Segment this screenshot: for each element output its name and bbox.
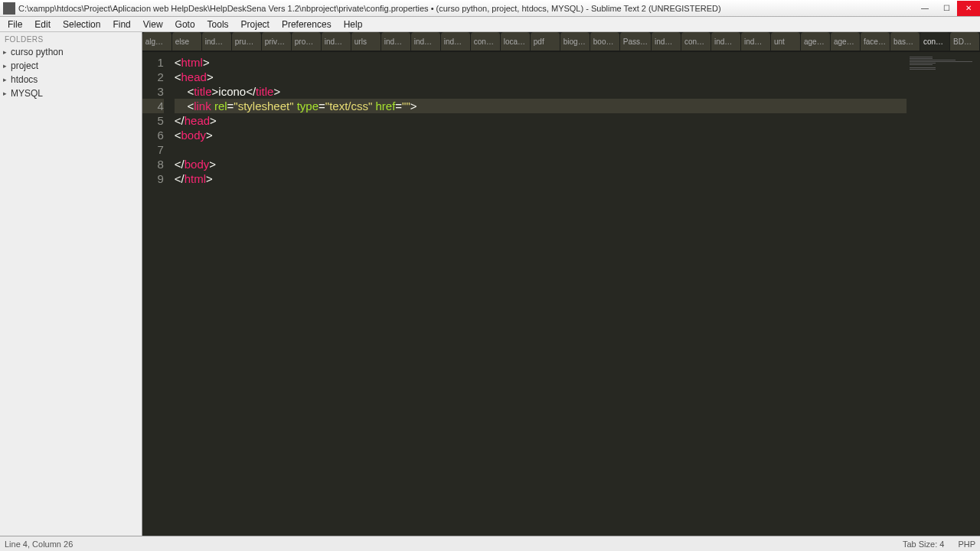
line-number: 7 [142, 142, 164, 157]
file-tab[interactable]: boo… [590, 32, 619, 51]
file-tab[interactable]: bas… [890, 32, 920, 51]
status-language[interactable]: PHP [958, 540, 975, 549]
close-button[interactable]: ✕ [957, 1, 980, 16]
code-line[interactable]: </html> [175, 171, 906, 186]
minimize-button[interactable]: — [914, 1, 936, 16]
sidebar-item-label: MYSQL [11, 87, 43, 99]
code-line[interactable] [175, 142, 906, 157]
code-line[interactable]: <body> [175, 128, 906, 142]
triangle-right-icon: ▸ [3, 73, 11, 86]
line-number: 1 [142, 55, 164, 70]
editor-pane: alg…elseind…pru…priv…pro…ind…urlsind…ind… [142, 32, 980, 536]
line-number: 5 [142, 113, 164, 128]
title-bar: C:\xampp\htdocs\Project\Aplicacion web H… [0, 0, 980, 17]
sidebar-item[interactable]: ▸curso python [2, 45, 140, 59]
triangle-right-icon: ▸ [3, 46, 11, 58]
code-line[interactable]: <head> [175, 70, 906, 84]
file-tab[interactable]: urls [351, 32, 381, 51]
file-tab[interactable]: unt [771, 32, 800, 51]
menu-item-project[interactable]: Project [235, 19, 276, 30]
file-tab[interactable]: age… [831, 32, 860, 51]
menu-item-help[interactable]: Help [338, 19, 369, 30]
file-tab[interactable]: pdf [531, 32, 560, 51]
sidebar-item-label: project [11, 60, 38, 72]
menu-item-edit[interactable]: Edit [28, 19, 57, 30]
code-area[interactable]: <html><head> <title>icono</title> <link … [172, 52, 906, 536]
file-tab[interactable]: ind… [381, 32, 410, 51]
sidebar-item-label: curso python [11, 46, 64, 58]
line-number: 8 [142, 157, 164, 171]
gutter: 123456789 [142, 52, 172, 536]
file-tab[interactable]: ind… [741, 32, 770, 51]
code-line[interactable]: <link rel="stylesheet" type="text/css" h… [175, 99, 906, 113]
file-tab[interactable]: ind… [441, 32, 470, 51]
sidebar: FOLDERS ▸curso python▸project▸htdocs▸MYS… [0, 32, 142, 536]
menu-item-find[interactable]: Find [106, 19, 136, 30]
file-tab[interactable]: biog… [560, 32, 590, 51]
editor[interactable]: 123456789 <html><head> <title>icono</tit… [142, 52, 980, 536]
window-title: C:\xampp\htdocs\Project\Aplicacion web H… [18, 4, 914, 13]
status-bar: Line 4, Column 26 Tab Size: 4 PHP [0, 536, 980, 551]
triangle-right-icon: ▸ [3, 60, 11, 72]
file-tab[interactable]: age… [801, 32, 830, 51]
file-tab[interactable]: ind… [652, 32, 681, 51]
menu-bar: FileEditSelectionFindViewGotoToolsProjec… [0, 17, 980, 32]
sidebar-item-label: htdocs [11, 73, 38, 86]
file-tab[interactable]: ind… [202, 32, 231, 51]
line-number: 9 [142, 171, 164, 186]
line-number: 6 [142, 128, 164, 142]
sidebar-item[interactable]: ▸project [2, 59, 140, 73]
maximize-button[interactable]: ☐ [936, 1, 957, 16]
menu-item-tools[interactable]: Tools [201, 19, 235, 30]
file-tab[interactable]: ind… [711, 32, 740, 51]
app-icon [3, 2, 15, 15]
line-number: 4 [142, 99, 164, 113]
minimap[interactable] [906, 52, 980, 536]
code-line[interactable]: <title>icono</title> [175, 84, 906, 99]
status-tabsize[interactable]: Tab Size: 4 [903, 540, 944, 549]
code-line[interactable]: </body> [175, 157, 906, 171]
file-tab[interactable]: face… [861, 32, 890, 51]
file-tab[interactable]: ind… [411, 32, 440, 51]
file-tab[interactable]: con… [471, 32, 500, 51]
file-tab[interactable]: else [172, 32, 201, 51]
sidebar-item[interactable]: ▸MYSQL [2, 86, 140, 100]
file-tab[interactable]: ind… [322, 32, 351, 51]
file-tab[interactable]: Pass… [620, 32, 651, 51]
file-tab[interactable]: con… [681, 32, 710, 51]
file-tab[interactable]: BD… [950, 32, 979, 51]
sidebar-item[interactable]: ▸htdocs [2, 73, 140, 86]
file-tab[interactable]: pru… [232, 32, 261, 51]
menu-item-view[interactable]: View [137, 19, 169, 30]
file-tab[interactable]: loca… [501, 32, 530, 51]
code-line[interactable]: </head> [175, 113, 906, 128]
file-tab[interactable]: con… [920, 32, 949, 51]
line-number: 3 [142, 84, 164, 99]
menu-item-goto[interactable]: Goto [169, 19, 201, 30]
folders-header: FOLDERS [0, 32, 142, 45]
triangle-right-icon: ▸ [3, 87, 11, 99]
menu-item-preferences[interactable]: Preferences [276, 19, 338, 30]
menu-item-file[interactable]: File [2, 19, 28, 30]
tab-bar[interactable]: alg…elseind…pru…priv…pro…ind…urlsind…ind… [142, 32, 980, 52]
line-number: 2 [142, 70, 164, 84]
file-tab[interactable]: pro… [292, 32, 321, 51]
menu-item-selection[interactable]: Selection [57, 19, 106, 30]
status-position[interactable]: Line 4, Column 26 [5, 540, 889, 549]
file-tab[interactable]: priv… [262, 32, 291, 51]
file-tab[interactable]: alg… [142, 32, 172, 51]
code-line[interactable]: <html> [175, 55, 906, 70]
